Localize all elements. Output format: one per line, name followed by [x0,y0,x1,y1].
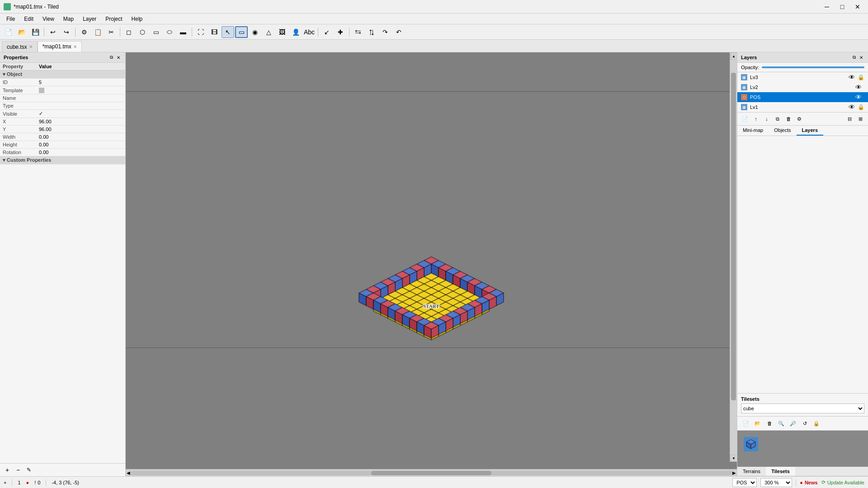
layer-collapse[interactable]: ⊟ [844,114,854,124]
layer-move-down[interactable]: ↓ [762,114,772,124]
toolbar-stamp[interactable]: ⛶ [194,26,207,38]
edit-property-btn[interactable]: ✎ [24,465,33,474]
toolbar-cut[interactable]: ✂ [105,26,118,38]
toolbar-rot-cw[interactable]: ↷ [379,26,392,38]
layer-item-lv3[interactable]: ▦ Lv3 👁 🔒 [737,72,868,82]
tilesets-select[interactable]: cube [741,404,864,413]
toolbar-save[interactable]: 💾 [29,26,42,38]
news-button[interactable]: ● News [800,480,817,485]
toolbar-polygon[interactable]: △ [262,26,275,38]
layers-close[interactable]: ✕ [858,54,864,61]
toolbar-ellipse[interactable]: ⬭ [163,26,176,38]
menu-map[interactable]: Map [59,15,78,23]
tab-close-cube[interactable]: ✕ [29,44,33,49]
tileset-zoom-out[interactable]: 🔍 [776,418,786,428]
layer-remove[interactable]: 🗑 [783,114,793,124]
toolbar-point[interactable]: ◉ [249,26,261,38]
menu-edit[interactable]: Edit [19,15,38,23]
menu-layer[interactable]: Layer [78,15,101,23]
toolbar-image[interactable]: 🖼 [276,26,288,38]
close-button[interactable]: ✕ [851,2,864,11]
layer-eye-lv1[interactable]: 👁 [849,103,855,111]
toolbar-new[interactable]: 📄 [2,26,14,38]
scroll-thumb-h[interactable] [371,471,491,475]
tab-minimap[interactable]: Mini-map [737,126,769,136]
tab-close-map01[interactable]: ✕ [73,44,77,49]
layer-lock-lv3[interactable]: 🔒 [858,74,864,80]
toolbar-line[interactable]: ▬ [177,26,189,38]
scroll-down[interactable]: ▼ [730,455,737,462]
add-property-btn[interactable]: + [3,465,12,474]
maximize-button[interactable]: □ [835,2,849,11]
layer-item-lv1[interactable]: ▦ Lv1 👁 🔒 [737,102,868,112]
toolbar-erase[interactable]: ◻ [123,26,135,38]
scrollbar-vertical[interactable]: ▲ ▼ [730,52,737,462]
toolbar-select[interactable]: ↖ [222,26,234,38]
layer-item-lv2[interactable]: ▦ Lv2 👁 [737,82,868,92]
tileset-open[interactable]: 📂 [753,418,763,428]
tab-map01-tmx[interactable]: *map01.tmx ✕ [38,41,82,52]
layer-eye-lv3[interactable]: 👁 [849,74,855,81]
tileset-zoom-in[interactable]: 🔎 [788,418,798,428]
prop-name-val[interactable] [36,94,125,102]
status-pos-select[interactable]: POS [732,478,757,487]
toolbar-settings[interactable]: ⚙ [78,26,90,38]
properties-undock[interactable]: ⧉ [108,54,114,61]
tab-cube-tsx[interactable]: cube.tsx ✕ [2,41,38,52]
scroll-up[interactable]: ▲ [730,52,737,60]
layer-move-up[interactable]: ↑ [751,114,761,124]
layer-eye-lv2[interactable]: 👁 [855,84,862,91]
menu-file[interactable]: File [2,15,19,23]
scroll-left[interactable]: ◀ [127,470,130,475]
tileset-add[interactable]: 📄 [741,418,751,428]
status-zoom-select[interactable]: 300 % [760,478,792,487]
toolbar-rot-ccw[interactable]: ↶ [392,26,405,38]
layer-eye-pos[interactable]: 👁 [855,94,862,101]
layer-item-pos[interactable]: ⬡ POS 👁 [737,92,868,102]
toolbar-text[interactable]: Abc [303,26,316,38]
layers-undock[interactable]: ⧉ [851,54,857,61]
scroll-thumb-v[interactable] [731,73,736,400]
tab-objects[interactable]: Objects [769,126,796,136]
update-button[interactable]: ⟳ Update Available [821,479,864,485]
toolbar-rect[interactable]: ▭ [150,26,162,38]
bottom-tab-tilesets[interactable]: Tilesets [766,467,795,476]
prop-template-val [36,86,125,94]
tab-layers[interactable]: Layers [797,126,823,136]
menu-project[interactable]: Project [101,15,127,23]
canvas-content[interactable]: ▲ ▼ [126,52,737,469]
minimize-button[interactable]: ─ [820,2,834,11]
tileset-preview-area[interactable] [737,431,868,467]
toolbar-undo[interactable]: ↩ [47,26,59,38]
tileset-remove[interactable]: 🗑 [764,418,774,428]
scroll-track-h[interactable] [130,471,732,475]
tileset-lock[interactable]: 🔒 [811,418,821,428]
toolbar-fill[interactable]: ⬡ [136,26,149,38]
toolbar-paste[interactable]: 📋 [91,26,104,38]
scroll-right[interactable]: ▶ [732,470,736,475]
properties-close[interactable]: ✕ [115,54,122,61]
prop-type-val[interactable] [36,102,125,110]
remove-property-btn[interactable]: − [14,465,23,474]
scrollbar-horizontal[interactable]: ◀ ▶ [126,469,737,476]
toolbar-anim[interactable]: 🎞 [208,26,221,38]
layer-add-btn[interactable]: 📄 [740,114,750,124]
toolbar-transform-cross[interactable]: ✚ [334,26,347,38]
tileset-transform[interactable]: ↺ [800,418,810,428]
layer-duplicate[interactable]: ⧉ [773,114,783,124]
layer-expand[interactable]: ⊞ [855,114,865,124]
status-add-item[interactable]: + [4,480,6,485]
toolbar-rect-select[interactable]: ▭ [235,26,248,38]
toolbar-transform-back[interactable]: ↙ [321,26,333,38]
menu-help[interactable]: Help [127,15,147,23]
opacity-slider[interactable] [762,66,864,68]
layer-settings[interactable]: ⚙ [794,114,804,124]
bottom-tab-terrains[interactable]: Terrains [737,467,766,476]
menu-view[interactable]: View [38,15,59,23]
toolbar-redo[interactable]: ↪ [60,26,73,38]
toolbar-template[interactable]: 👤 [289,26,302,38]
toolbar-flip-v[interactable]: ⮁ [365,26,378,38]
toolbar-flip-h[interactable]: ⮀ [352,26,364,38]
toolbar-open[interactable]: 📂 [15,26,28,38]
layer-lock-lv1[interactable]: 🔒 [858,104,864,110]
